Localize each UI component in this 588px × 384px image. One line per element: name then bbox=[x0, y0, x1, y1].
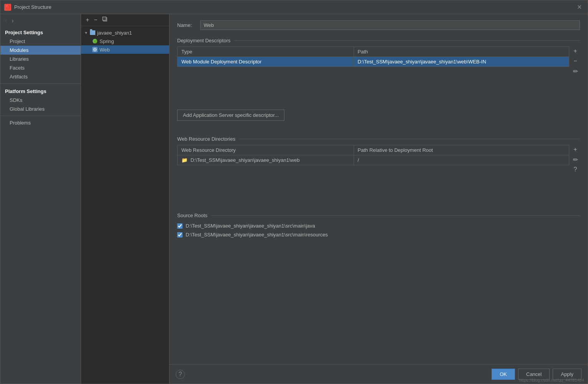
deployment-descriptors-section: Deployment Descriptors Type Path bbox=[177, 38, 580, 128]
sidebar-item-libraries[interactable]: Libraries bbox=[0, 55, 81, 63]
name-input[interactable] bbox=[200, 20, 580, 30]
source-root-label-0: D:\Test_SSM\javaee_shiyan\javaee_shiyan1… bbox=[186, 223, 315, 229]
add-application-server-descriptor-button[interactable]: Add Application Server specific descript… bbox=[177, 110, 284, 121]
tree-arrow-root: ▼ bbox=[84, 31, 88, 35]
svg-text:🌿: 🌿 bbox=[93, 39, 98, 44]
tree-copy-button[interactable] bbox=[101, 16, 109, 24]
tree-remove-button[interactable]: − bbox=[92, 16, 99, 24]
sidebar-item-artifacts[interactable]: Artifacts bbox=[0, 72, 81, 81]
svg-rect-1 bbox=[103, 17, 106, 20]
platform-settings-header: Platform Settings bbox=[0, 86, 81, 96]
source-root-row-0: D:\Test_SSM\javaee_shiyan\javaee_shiyan1… bbox=[177, 221, 580, 230]
dialog-window: 🔴 Project Structure ✕ ‹ › Project Settin… bbox=[0, 0, 588, 384]
sidebar-item-global-libraries[interactable]: Global Libraries bbox=[0, 105, 81, 113]
title-bar-text: Project Structure bbox=[14, 4, 575, 10]
tree-item-web[interactable]: Web bbox=[81, 45, 169, 54]
wr-col1-header: Web Resource Directory bbox=[178, 145, 354, 155]
source-roots-section: Source Roots D:\Test_SSM\javaee_shiyan\j… bbox=[177, 213, 580, 239]
sidebar-item-modules[interactable]: Modules bbox=[0, 46, 81, 55]
folder-small-icon: 📁 bbox=[181, 157, 188, 163]
col-type-header: Type bbox=[178, 47, 354, 57]
edit-wr-button[interactable]: ✏ bbox=[571, 155, 580, 164]
sidebar-nav: ‹ › bbox=[0, 14, 81, 27]
edit-descriptor-row-button[interactable]: ✏ bbox=[571, 66, 580, 76]
app-icon: 🔴 bbox=[4, 4, 11, 11]
sidebar-item-problems[interactable]: Problems bbox=[0, 118, 81, 127]
source-root-row-1: D:\Test_SSM\javaee_shiyan\javaee_shiyan1… bbox=[177, 230, 580, 239]
web-resource-title: Web Resource Directories bbox=[177, 136, 580, 142]
tree-item-spring[interactable]: 🌿 Spring bbox=[81, 37, 169, 45]
right-panel: Name: Deployment Descriptors Type Path bbox=[169, 14, 588, 384]
tree-item-root[interactable]: ▼ javaee_shiyan1 bbox=[81, 28, 169, 37]
source-root-checkbox-0[interactable] bbox=[177, 223, 183, 229]
descriptor-type-cell: Web Module Deployment Descriptor bbox=[178, 57, 354, 67]
sidebar-divider-2 bbox=[0, 116, 81, 116]
folder-icon bbox=[90, 30, 96, 36]
tree-panel: + − ▼ javaee_shiyan1 bbox=[81, 14, 169, 384]
deployment-descriptors-table: Type Path Web Module Deployment Descript… bbox=[177, 47, 569, 67]
wr-dir-cell: 📁 D:\Test_SSM\javaee_shiyan\javaee_shiya… bbox=[178, 155, 354, 165]
deployment-table-aside: + − ✏ bbox=[569, 47, 580, 76]
table-row[interactable]: Web Module Deployment Descriptor D:\Test… bbox=[178, 57, 569, 67]
add-descriptor-row-button[interactable]: + bbox=[571, 47, 580, 56]
ok-button[interactable]: OK bbox=[492, 369, 515, 380]
source-root-label-1: D:\Test_SSM\javaee_shiyan\javaee_shiyan1… bbox=[186, 232, 328, 238]
tree-add-button[interactable]: + bbox=[84, 16, 91, 24]
wr-path-cell: / bbox=[354, 155, 569, 165]
sidebar-item-sdks[interactable]: SDKs bbox=[0, 96, 81, 105]
tree-content: ▼ javaee_shiyan1 🌿 Spring bbox=[81, 26, 169, 384]
remove-descriptor-row-button[interactable]: − bbox=[571, 57, 580, 66]
deployment-descriptors-title: Deployment Descriptors bbox=[177, 38, 580, 43]
descriptor-path-cell: D:\Test_SSM\javaee_shiyan\javaee_shiyan1… bbox=[354, 57, 569, 67]
wr-table-aside: + ✏ ? bbox=[569, 145, 580, 174]
close-button[interactable]: ✕ bbox=[575, 3, 584, 12]
project-settings-header: Project Settings bbox=[0, 27, 81, 37]
tree-toolbar: + − bbox=[81, 14, 169, 26]
web-resource-section: Web Resource Directories Web Resource Di… bbox=[177, 136, 580, 205]
table-row[interactable]: 📁 D:\Test_SSM\javaee_shiyan\javaee_shiya… bbox=[178, 155, 569, 165]
tree-item-root-label: javaee_shiyan1 bbox=[97, 30, 132, 36]
watermark: https://blog.csdn.net/qq_44781484 bbox=[519, 378, 584, 382]
title-bar: 🔴 Project Structure ✕ bbox=[0, 0, 588, 14]
sidebar-item-facets[interactable]: Facets bbox=[0, 63, 81, 72]
web-resource-table-container: Web Resource Directory Path Relative to … bbox=[177, 145, 580, 174]
tree-item-web-label: Web bbox=[100, 47, 110, 53]
spring-icon: 🌿 bbox=[92, 38, 98, 44]
tree-item-spring-label: Spring bbox=[100, 38, 114, 44]
sidebar-item-project[interactable]: Project bbox=[0, 37, 81, 46]
sidebar: ‹ › Project Settings Project Modules Lib… bbox=[0, 14, 81, 384]
name-row: Name: bbox=[177, 20, 580, 30]
add-wr-button[interactable]: + bbox=[571, 145, 580, 154]
main-content: ‹ › Project Settings Project Modules Lib… bbox=[0, 14, 588, 384]
right-content: Name: Deployment Descriptors Type Path bbox=[169, 14, 588, 364]
help-button[interactable]: ? bbox=[176, 370, 185, 379]
nav-back-button[interactable]: ‹ bbox=[3, 17, 8, 25]
nav-forward-button[interactable]: › bbox=[10, 17, 15, 25]
source-roots-title: Source Roots bbox=[177, 213, 580, 218]
web-resource-table: Web Resource Directory Path Relative to … bbox=[177, 145, 569, 165]
sidebar-divider bbox=[0, 83, 81, 84]
name-label: Name: bbox=[177, 22, 196, 28]
help-wr-button[interactable]: ? bbox=[571, 165, 580, 174]
web-icon bbox=[92, 47, 98, 53]
source-root-checkbox-1[interactable] bbox=[177, 232, 183, 238]
wr-col2-header: Path Relative to Deployment Root bbox=[354, 145, 569, 155]
col-path-header: Path bbox=[354, 47, 569, 57]
deployment-descriptors-table-container: Type Path Web Module Deployment Descript… bbox=[177, 47, 580, 76]
